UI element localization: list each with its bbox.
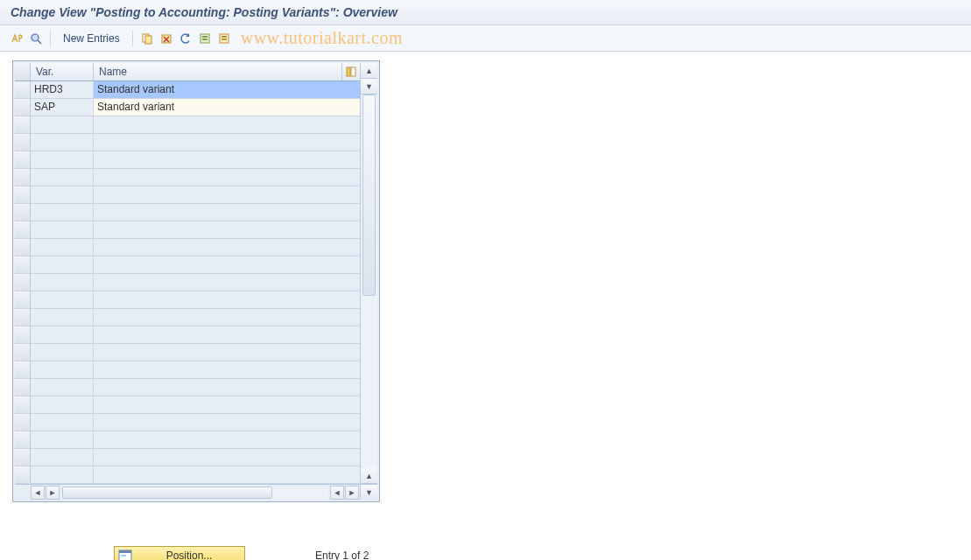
cell-var[interactable]: SAP [31, 99, 94, 116]
column-header-var[interactable]: Var. [31, 63, 94, 80]
cell-var[interactable] [31, 414, 94, 430]
cell-var[interactable] [31, 274, 94, 290]
cell-var[interactable] [31, 309, 94, 326]
new-entries-button[interactable]: New Entries [57, 30, 126, 47]
cell-var[interactable] [31, 344, 94, 360]
cell-name[interactable] [94, 361, 360, 378]
cell-var[interactable] [31, 186, 94, 203]
table-row-empty[interactable] [15, 274, 360, 291]
cell-name[interactable] [94, 204, 360, 220]
row-selector[interactable] [15, 81, 31, 98]
table-row-empty[interactable] [15, 326, 360, 344]
hscroll-right-icon[interactable]: ► [46, 486, 60, 500]
table-row-empty[interactable] [15, 134, 360, 151]
row-selector[interactable] [15, 291, 31, 308]
row-selector[interactable] [15, 396, 31, 413]
cell-name[interactable] [94, 169, 360, 186]
cell-var[interactable] [31, 169, 94, 186]
table-row-empty[interactable] [15, 449, 360, 466]
row-selector[interactable] [15, 151, 31, 168]
table-row-empty[interactable] [15, 361, 360, 379]
cell-name[interactable] [94, 291, 360, 308]
cell-name[interactable]: Standard variant [94, 81, 360, 98]
undo-icon[interactable] [178, 31, 193, 46]
hscroll-right2-icon[interactable]: ► [345, 486, 359, 500]
cell-name[interactable] [94, 449, 360, 466]
cell-name[interactable] [94, 466, 360, 483]
cell-name[interactable] [94, 256, 360, 273]
table-row-empty[interactable] [15, 291, 360, 309]
row-selector[interactable] [15, 186, 31, 203]
cell-var[interactable] [31, 204, 94, 220]
cell-var[interactable] [31, 326, 94, 343]
vscroll-up2-icon[interactable]: ▲ [361, 468, 377, 484]
row-selector[interactable] [15, 116, 31, 133]
row-selector[interactable] [15, 99, 31, 116]
vscroll-track[interactable] [361, 94, 377, 468]
cell-name[interactable] [94, 221, 360, 238]
toggle-display-icon[interactable] [9, 31, 25, 46]
table-row-empty[interactable] [15, 116, 360, 134]
cell-name[interactable] [94, 134, 360, 150]
cell-var[interactable] [31, 116, 94, 133]
cell-name[interactable]: Standard variant [94, 99, 360, 116]
position-button[interactable]: Position... [114, 546, 245, 560]
cell-var[interactable] [31, 151, 94, 168]
cell-name[interactable] [94, 186, 360, 203]
select-all-icon[interactable] [197, 31, 213, 46]
row-selector[interactable] [15, 449, 31, 466]
table-row-empty[interactable] [15, 379, 360, 396]
row-selector[interactable] [15, 204, 31, 220]
table-row-empty[interactable] [15, 151, 360, 169]
cell-name[interactable] [94, 309, 360, 326]
row-selector[interactable] [15, 326, 31, 343]
hscroll-thumb[interactable] [62, 486, 272, 499]
deselect-all-icon[interactable] [216, 31, 232, 46]
cell-var[interactable] [31, 396, 94, 413]
cell-var[interactable] [31, 256, 94, 273]
cell-var[interactable]: HRD3 [31, 81, 94, 98]
cell-var[interactable] [31, 291, 94, 308]
cell-var[interactable] [31, 239, 94, 256]
cell-var[interactable] [31, 431, 94, 448]
row-selector[interactable] [15, 221, 31, 238]
table-row-empty[interactable] [15, 204, 360, 221]
cell-name[interactable] [94, 344, 360, 360]
cell-name[interactable] [94, 414, 360, 430]
cell-var[interactable] [31, 379, 94, 396]
cell-name[interactable] [94, 396, 360, 413]
cell-var[interactable] [31, 449, 94, 466]
table-row[interactable]: HRD3Standard variant [15, 81, 360, 99]
table-row-empty[interactable] [15, 256, 360, 274]
row-selector[interactable] [15, 256, 31, 273]
row-selector[interactable] [15, 379, 31, 396]
copy-icon[interactable] [139, 31, 155, 46]
table-row-empty[interactable] [15, 466, 360, 484]
cell-name[interactable] [94, 239, 360, 256]
row-selector[interactable] [15, 466, 31, 483]
cell-var[interactable] [31, 134, 94, 150]
row-selector[interactable] [15, 431, 31, 448]
cell-name[interactable] [94, 431, 360, 448]
row-selector[interactable] [15, 344, 31, 360]
configure-columns-icon[interactable] [342, 63, 360, 80]
table-row-empty[interactable] [15, 221, 360, 239]
table-row-empty[interactable] [15, 396, 360, 414]
table-row-empty[interactable] [15, 431, 360, 449]
row-selector[interactable] [15, 274, 31, 290]
row-selector[interactable] [15, 239, 31, 256]
cell-name[interactable] [94, 379, 360, 396]
table-row-empty[interactable] [15, 309, 360, 326]
table-row[interactable]: SAPStandard variant [15, 99, 360, 116]
row-selector[interactable] [15, 169, 31, 186]
table-row-empty[interactable] [15, 186, 360, 204]
cell-var[interactable] [31, 361, 94, 378]
cell-name[interactable] [94, 151, 360, 168]
cell-name[interactable] [94, 116, 360, 133]
cell-name[interactable] [94, 274, 360, 290]
select-all-header[interactable] [15, 63, 31, 80]
hscroll-track[interactable] [62, 486, 328, 499]
cell-var[interactable] [31, 466, 94, 483]
row-selector[interactable] [15, 414, 31, 430]
vscroll-down2-icon[interactable]: ▼ [361, 484, 377, 500]
